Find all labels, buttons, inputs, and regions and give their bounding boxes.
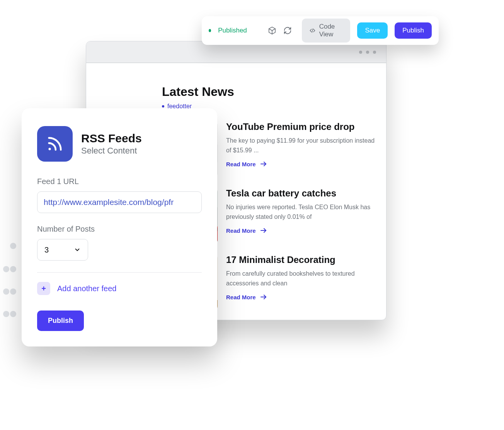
decorative-dot	[10, 288, 16, 295]
news-title: YouTube Premium price drop	[226, 121, 378, 132]
code-icon	[310, 27, 315, 34]
window-control-dot	[366, 51, 369, 54]
decorative-dot	[10, 243, 16, 249]
feed-url-label: Feed 1 URL	[37, 177, 202, 186]
panel-title: RSS Feeds	[81, 132, 142, 145]
window-control-dot	[373, 51, 376, 54]
arrow-right-icon	[261, 228, 267, 233]
code-view-button[interactable]: Code View	[302, 19, 351, 43]
read-more-link[interactable]: Read More	[226, 294, 378, 300]
read-more-link[interactable]: Read More	[226, 161, 378, 167]
decorative-dot	[3, 288, 9, 295]
rss-feeds-panel: RSS Feeds Select Content Feed 1 URL Numb…	[22, 108, 217, 346]
news-title: Tesla car battery catches	[226, 188, 378, 199]
num-posts-label: Number of Posts	[37, 225, 202, 234]
news-title: 17 Minimalist Decorating	[226, 254, 378, 265]
editor-toolbar: Published Code View Save Publish	[202, 16, 439, 45]
add-another-feed-button[interactable]: + Add another feed	[37, 282, 202, 295]
divider	[37, 272, 202, 273]
news-excerpt: No injuries were reported. Tesla CEO Elo…	[226, 203, 378, 222]
arrow-right-icon	[261, 295, 267, 299]
news-excerpt: The key to paying $11.99 for your subscr…	[226, 136, 378, 155]
chevron-down-icon	[74, 246, 81, 253]
decorative-dot	[10, 266, 16, 272]
plus-icon: +	[37, 282, 50, 295]
read-more-label: Read More	[226, 294, 256, 300]
decorative-dot	[3, 266, 9, 272]
news-excerpt: From carefully curated bookshelves to te…	[226, 269, 378, 288]
svg-line-0	[312, 29, 313, 32]
read-more-label: Read More	[226, 161, 256, 167]
feed-url-input[interactable]	[37, 191, 202, 213]
publish-button-panel[interactable]: Publish	[37, 311, 84, 331]
svg-point-28	[49, 148, 51, 150]
read-more-label: Read More	[226, 227, 256, 234]
decorative-dot	[3, 311, 9, 317]
add-feed-label: Add another feed	[57, 284, 116, 293]
arrow-right-icon	[261, 162, 267, 166]
num-posts-value: 3	[44, 246, 49, 254]
num-posts-select[interactable]: 3	[37, 239, 88, 261]
window-control-dot	[359, 51, 362, 54]
status-text: Published	[218, 27, 247, 34]
code-view-label: Code View	[319, 23, 343, 38]
panel-subtitle: Select Content	[81, 146, 142, 156]
rss-icon	[37, 126, 73, 162]
read-more-link[interactable]: Read More	[226, 227, 378, 234]
package-icon[interactable]	[268, 26, 276, 36]
refresh-icon[interactable]	[283, 26, 292, 36]
decorative-dot	[10, 311, 16, 317]
bullet-icon	[162, 105, 164, 108]
publish-button-toolbar[interactable]: Publish	[395, 22, 432, 39]
status-dot-icon	[209, 29, 211, 32]
section-title: Latest News	[162, 85, 386, 99]
save-button[interactable]: Save	[357, 22, 388, 39]
